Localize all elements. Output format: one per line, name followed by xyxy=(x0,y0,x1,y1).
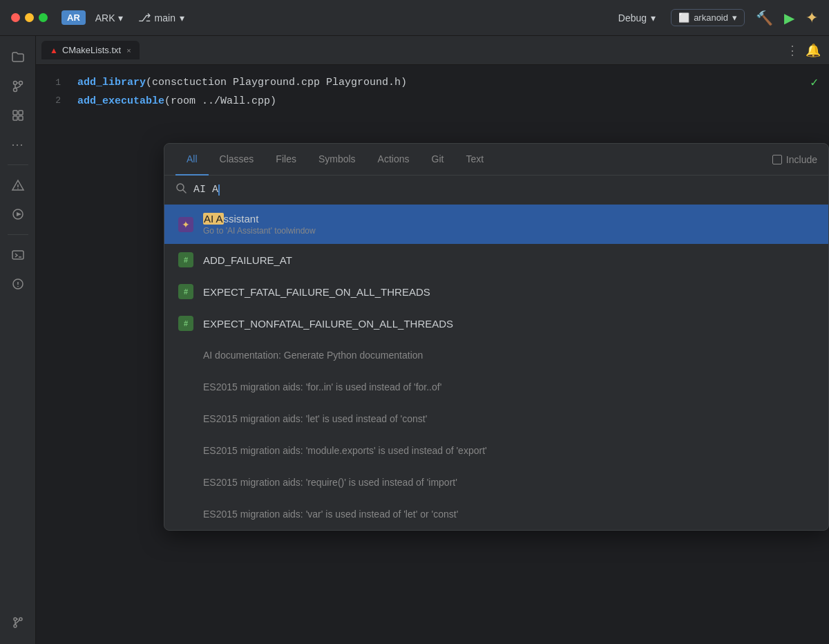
tab-text[interactable]: Text xyxy=(455,144,495,176)
result-text-ai-doc: AI documentation: Generate Python docume… xyxy=(203,350,814,361)
sidebar-divider xyxy=(8,164,28,165)
sidebar-item-plugins[interactable] xyxy=(5,102,31,129)
code-editor[interactable]: 1 add_library(consctuction Playground.cp… xyxy=(36,65,829,118)
check-icon-1: ✓ xyxy=(810,73,818,93)
result-ai-documentation[interactable]: AI documentation: Generate Python docume… xyxy=(164,339,828,371)
svg-line-20 xyxy=(183,190,186,193)
hash-icon-add-failure: # xyxy=(178,252,193,267)
result-es2015-let[interactable]: ES2015 migration aids: 'let' is used ins… xyxy=(164,403,828,435)
search-input-row: AI A xyxy=(164,176,828,205)
result-text-es2015-module: ES2015 migration aids: 'module.exports' … xyxy=(203,445,814,456)
tab-files[interactable]: Files xyxy=(265,144,307,176)
result-ai-assistant[interactable]: ✦ AI Assistant Go to 'AI Assistant' tool… xyxy=(164,205,828,244)
result-main-add-failure: ADD_FAILURE_AT xyxy=(203,254,814,266)
svg-point-8 xyxy=(17,188,19,189)
include-checkbox[interactable] xyxy=(772,155,782,164)
run-config-chevron-icon: ▾ xyxy=(732,12,737,23)
hash-icon-expect-nonfatal: # xyxy=(178,316,193,331)
result-es2015-var[interactable]: ES2015 migration aids: 'var' is used ins… xyxy=(164,498,828,530)
maximize-button[interactable] xyxy=(39,13,48,22)
tab-close-button[interactable]: × xyxy=(126,46,131,55)
result-add-failure-at[interactable]: # ADD_FAILURE_AT xyxy=(164,244,828,276)
traffic-lights xyxy=(11,13,48,22)
project-name[interactable]: ARK ▾ xyxy=(95,12,123,23)
debug-button[interactable]: ✦ xyxy=(806,9,818,27)
run-button[interactable]: ▶ xyxy=(784,10,794,26)
empty-icon-4 xyxy=(178,443,193,458)
result-main-es2015-module: ES2015 migration aids: 'module.exports' … xyxy=(203,445,814,456)
highlight-span: AI A xyxy=(203,213,224,225)
tab-actions[interactable]: Actions xyxy=(367,144,421,176)
search-overlay: All Classes Files Symbols Actions Git Te… xyxy=(164,143,829,531)
sidebar-item-more[interactable]: ··· xyxy=(5,131,31,158)
debug-chevron-icon: ▾ xyxy=(651,12,656,23)
ai-sparkle-result-icon: ✦ xyxy=(178,217,193,232)
result-main-expect-fatal: EXPECT_FATAL_FAILURE_ON_ALL_THREADS xyxy=(203,286,814,298)
tab-symbols[interactable]: Symbols xyxy=(307,144,367,176)
line-number-1: 1 xyxy=(47,76,61,91)
svg-rect-6 xyxy=(19,116,23,120)
sidebar-item-warnings[interactable] xyxy=(5,172,31,198)
project-chevron-icon: ▾ xyxy=(118,12,123,23)
minimize-button[interactable] xyxy=(25,13,34,22)
result-text-es2015-require: ES2015 migration aids: 'require()' is us… xyxy=(203,477,814,488)
search-input-display[interactable]: AI A xyxy=(193,184,220,196)
debug-selector[interactable]: Debug ▾ xyxy=(611,10,663,26)
tab-bar: ▲ CMakeLists.txt × ⋮ 🔔 xyxy=(36,36,829,65)
search-icon xyxy=(175,182,187,196)
search-results: ✦ AI Assistant Go to 'AI Assistant' tool… xyxy=(164,205,828,530)
empty-icon-5 xyxy=(178,475,193,490)
text-cursor xyxy=(218,184,220,196)
result-text-es2015-forin: ES2015 migration aids: 'for..in' is used… xyxy=(203,381,814,392)
sidebar-item-problems[interactable] xyxy=(5,271,31,297)
result-text-es2015-let: ES2015 migration aids: 'let' is used ins… xyxy=(203,413,814,424)
hash-icon-expect-fatal: # xyxy=(178,284,193,299)
result-es2015-require[interactable]: ES2015 migration aids: 'require()' is us… xyxy=(164,466,828,498)
sidebar-item-git[interactable] xyxy=(5,609,31,636)
sidebar: ··· xyxy=(0,36,36,644)
empty-icon-2 xyxy=(178,379,193,395)
close-button[interactable] xyxy=(11,13,20,22)
tab-more-button[interactable]: ⋮ xyxy=(783,40,801,61)
sidebar-item-terminal[interactable] xyxy=(5,242,31,268)
svg-rect-5 xyxy=(13,116,17,120)
result-main-expect-nonfatal: EXPECT_NONFATAL_FAILURE_ON_ALL_THREADS xyxy=(203,318,814,330)
result-title-ai-assistant: AI Assistant xyxy=(203,213,814,225)
branch-chevron-icon: ▾ xyxy=(180,12,184,23)
result-main-es2015-let: ES2015 migration aids: 'let' is used ins… xyxy=(203,413,814,424)
run-config-selector[interactable]: ⬜ arkanoid ▾ xyxy=(671,9,745,26)
empty-icon-6 xyxy=(178,506,193,522)
code-line-1: 1 add_library(consctuction Playground.cp… xyxy=(36,73,829,93)
tab-git[interactable]: Git xyxy=(421,144,455,176)
include-label: Include xyxy=(786,154,817,165)
svg-point-0 xyxy=(13,82,17,85)
empty-icon-1 xyxy=(178,348,193,363)
svg-point-1 xyxy=(19,82,22,85)
result-expect-nonfatal[interactable]: # EXPECT_NONFATAL_FAILURE_ON_ALL_THREADS xyxy=(164,307,828,339)
notification-bell-icon[interactable]: 🔔 xyxy=(803,40,823,61)
branch-icon: ⎇ xyxy=(138,11,151,24)
project-badge: AR xyxy=(61,10,86,25)
svg-rect-3 xyxy=(13,111,17,115)
sidebar-item-folder[interactable] xyxy=(5,44,31,70)
result-es2015-forin[interactable]: ES2015 migration aids: 'for..in' is used… xyxy=(164,371,828,403)
result-main-es2015-require: ES2015 migration aids: 'require()' is us… xyxy=(203,477,814,488)
empty-icon-3 xyxy=(178,411,193,426)
tab-classes[interactable]: Classes xyxy=(209,144,265,176)
tab-all[interactable]: All xyxy=(175,144,209,176)
branch-selector[interactable]: ⎇ main ▾ xyxy=(131,8,191,27)
titlebar: AR ARK ▾ ⎇ main ▾ Debug ▾ ⬜ arkanoid ▾ 🔨… xyxy=(0,0,829,36)
sidebar-item-run-configs[interactable] xyxy=(5,201,31,227)
result-es2015-module[interactable]: ES2015 migration aids: 'module.exports' … xyxy=(164,435,828,466)
run-config-icon: ⬜ xyxy=(678,12,689,23)
tab-cmakelists[interactable]: ▲ CMakeLists.txt × xyxy=(41,41,140,59)
result-text-es2015-var: ES2015 migration aids: 'var' is used ins… xyxy=(203,509,814,520)
editor-area: ▲ CMakeLists.txt × ⋮ 🔔 1 add_library(con… xyxy=(36,36,829,644)
result-main-es2015-forin: ES2015 migration aids: 'for..in' is used… xyxy=(203,381,814,392)
svg-rect-4 xyxy=(19,111,23,115)
code-line-2: 2 add_executable(room ../Wall.cpp) xyxy=(36,93,829,110)
result-expect-fatal[interactable]: # EXPECT_FATAL_FAILURE_ON_ALL_THREADS xyxy=(164,276,828,307)
sidebar-item-vcs[interactable] xyxy=(5,73,31,100)
hammer-icon[interactable]: 🔨 xyxy=(756,10,773,26)
svg-marker-10 xyxy=(17,212,21,216)
